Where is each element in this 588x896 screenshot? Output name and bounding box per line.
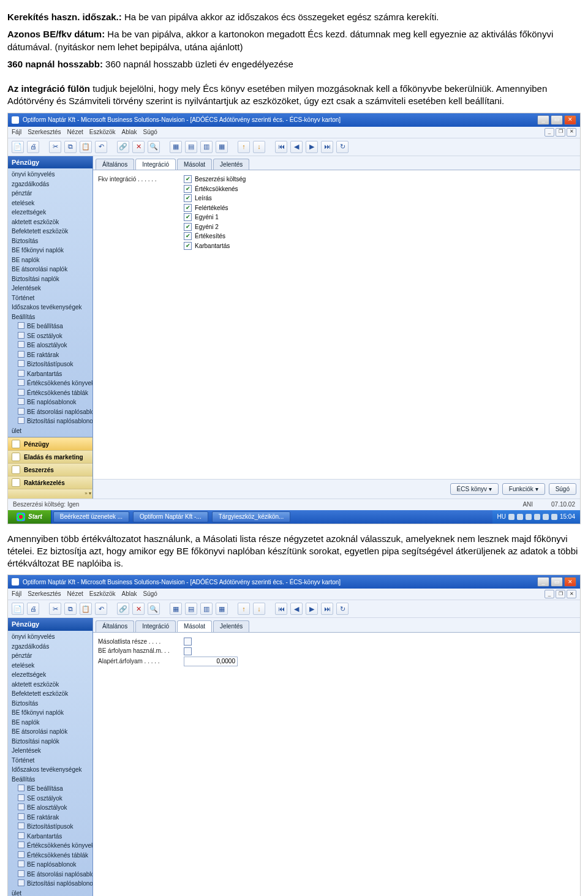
sidebar-section-purchase[interactable]: Beszerzés (8, 463, 92, 476)
sidebar-item[interactable]: Időszakos tevékenységek (8, 765, 92, 775)
sidebar-subitem[interactable]: SE osztályok (8, 794, 92, 804)
taskbar-item[interactable]: Tárgyieszköz_kézikön... (212, 511, 291, 522)
minimize-button[interactable]: _ (537, 115, 549, 125)
new-icon[interactable]: 📄 (12, 603, 24, 615)
form-icon[interactable]: ▤ (185, 603, 197, 615)
tab-integration[interactable]: Integráció (135, 620, 176, 632)
sidebar-item[interactable]: pénztár (8, 651, 92, 661)
sidebar-expand-icon[interactable]: » ▾ (8, 489, 92, 499)
sidebar-item[interactable]: ület (8, 889, 92, 896)
sidebar-item[interactable]: ület (8, 426, 92, 436)
sidebar-subitem[interactable]: Értékcsökkenés táblák (8, 388, 92, 398)
menu-item[interactable]: Fájl (12, 128, 21, 137)
taskbar-item[interactable]: Beérkezett üzenetek ... (53, 511, 129, 522)
menu-item[interactable]: Szerkesztés (28, 128, 61, 137)
sidebar-item[interactable]: Befektetett eszközök (8, 689, 92, 699)
checkbox[interactable] (184, 213, 192, 221)
sidebar-item[interactable]: BE naplók (8, 718, 92, 728)
sidebar-item[interactable]: Időszakos tevékenységek (8, 303, 92, 312)
functions-button[interactable]: Funkciók ▾ (502, 483, 545, 495)
list-icon[interactable]: ▦ (170, 141, 182, 153)
sidebar-item[interactable]: BE átsorolási naplók (8, 265, 92, 274)
sidebar-item[interactable]: zgazdálkodás (8, 642, 92, 652)
delete-icon[interactable]: ✕ (132, 603, 145, 615)
last-record-icon[interactable]: ⏭ (321, 603, 333, 615)
first-record-icon[interactable]: ⏮ (275, 141, 287, 153)
form-icon[interactable]: ▤ (185, 141, 197, 153)
checkbox[interactable] (184, 194, 192, 202)
menu-item[interactable]: Nézet (67, 590, 83, 598)
doc-restore-button[interactable]: ❐ (556, 128, 565, 137)
doc-minimize-button[interactable]: _ (545, 590, 554, 598)
refresh-icon[interactable]: ↻ (336, 141, 349, 153)
sidebar-subitem[interactable]: BE raktárak (8, 350, 92, 360)
sort-desc-icon[interactable]: ↓ (253, 141, 265, 153)
new-icon[interactable]: 📄 (12, 141, 24, 153)
copy-icon[interactable]: ⧉ (64, 603, 77, 615)
sidebar-subitem[interactable]: Értékcsökkenés táblák (8, 851, 92, 860)
checkbox[interactable] (184, 638, 192, 646)
menu-item[interactable]: Ablak (122, 590, 137, 598)
copy-icon[interactable]: ⧉ (64, 141, 77, 153)
menu-item[interactable]: Eszközök (89, 128, 116, 137)
tab-report[interactable]: Jelentés (213, 159, 249, 170)
number-input[interactable]: 0,0000 (184, 657, 238, 666)
doc-close-button[interactable]: ✕ (567, 590, 576, 598)
link-icon[interactable]: 🔗 (117, 141, 129, 153)
start-button[interactable]: Start (8, 510, 51, 524)
prev-record-icon[interactable]: ◀ (290, 603, 303, 615)
sidebar-item[interactable]: Jelentések (8, 746, 92, 756)
menu-item[interactable]: Ablak (122, 128, 137, 137)
sidebar-subitem[interactable]: Értékcsökkenés könyvek (8, 378, 92, 388)
sidebar-subitem[interactable]: Biztosítástípusok (8, 360, 92, 369)
menu-item[interactable]: Fájl (12, 590, 21, 598)
delete-icon[interactable]: ✕ (132, 141, 145, 153)
menu-item[interactable]: Súgó (143, 590, 157, 598)
sidebar-subitem[interactable]: BE raktárak (8, 813, 92, 823)
help-button[interactable]: Súgó (549, 483, 576, 495)
sidebar-subitem[interactable]: Értékcsökkenés könyvek (8, 841, 92, 851)
sidebar-item[interactable]: Befektetett eszközök (8, 227, 92, 236)
close-button[interactable]: ✕ (564, 577, 576, 587)
sidebar-tree[interactable]: önyvi könyvelészgazdálkodáspénztáretelés… (8, 631, 92, 896)
sidebar-section-warehouse[interactable]: Raktárkezelés (8, 476, 92, 489)
undo-icon[interactable]: ↶ (95, 141, 107, 153)
grid-icon[interactable]: ▦ (216, 603, 228, 615)
system-tray[interactable]: HU 15:04 (492, 510, 580, 524)
sidebar-item[interactable]: Történet (8, 293, 92, 303)
sidebar-subitem[interactable]: Karbantartás (8, 369, 92, 379)
checkbox[interactable] (184, 204, 192, 212)
doc-minimize-button[interactable]: _ (545, 128, 554, 137)
nav-icon[interactable]: ▥ (200, 603, 213, 615)
ecs-book-button[interactable]: ÉCS könyv ▾ (450, 483, 499, 495)
sidebar-item[interactable]: önyvi könyvelés (8, 632, 92, 642)
link-icon[interactable]: 🔗 (117, 603, 129, 615)
print-icon[interactable]: 🖨 (27, 603, 39, 615)
sidebar-item[interactable]: Beállítás (8, 312, 92, 322)
sort-desc-icon[interactable]: ↓ (253, 603, 265, 615)
paste-icon[interactable]: 📋 (80, 141, 92, 153)
sidebar-subitem[interactable]: BE naplósablonok (8, 860, 92, 870)
paste-icon[interactable]: 📋 (80, 603, 92, 615)
sidebar-item[interactable]: zgazdálkodás (8, 179, 92, 189)
sidebar-item[interactable]: BE főkönyvi naplók (8, 708, 92, 718)
sort-asc-icon[interactable]: ↑ (238, 141, 250, 153)
sidebar-item[interactable]: elezettségek (8, 208, 92, 217)
sort-asc-icon[interactable]: ↑ (238, 603, 250, 615)
find-icon[interactable]: 🔍 (148, 603, 160, 615)
doc-restore-button[interactable]: ❐ (556, 590, 565, 598)
tab-integration[interactable]: Integráció (135, 159, 176, 170)
tab-general[interactable]: Általános (96, 620, 134, 632)
tab-copy[interactable]: Másolat (177, 620, 212, 632)
cut-icon[interactable]: ✂ (49, 141, 61, 153)
minimize-button[interactable]: _ (537, 577, 549, 587)
taskbar-item[interactable]: Optiform Naptár Kft -... (133, 511, 208, 522)
checkbox[interactable] (184, 185, 192, 193)
sidebar-subitem[interactable]: BE átsorolási naplósablonok (8, 407, 92, 417)
nav-icon[interactable]: ▥ (200, 141, 213, 153)
menu-item[interactable]: Nézet (67, 128, 83, 137)
sidebar-subitem[interactable]: Karbantartás (8, 832, 92, 841)
sidebar-item[interactable]: etelések (8, 661, 92, 671)
sidebar-item[interactable]: Biztosítás (8, 699, 92, 709)
sidebar-item[interactable]: elezettségek (8, 670, 92, 680)
